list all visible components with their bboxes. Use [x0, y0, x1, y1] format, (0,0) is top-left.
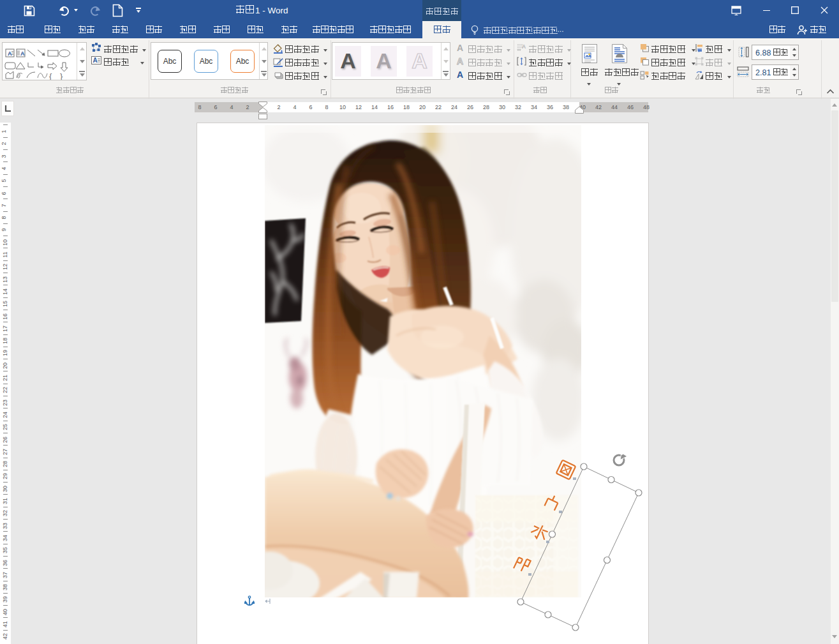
svg-text:A: A: [522, 43, 526, 50]
svg-text:A: A: [20, 50, 25, 57]
svg-text:A: A: [93, 57, 98, 64]
svg-text:A: A: [8, 50, 12, 57]
svg-text:{: {: [49, 71, 52, 80]
svg-text:}: }: [60, 71, 63, 80]
